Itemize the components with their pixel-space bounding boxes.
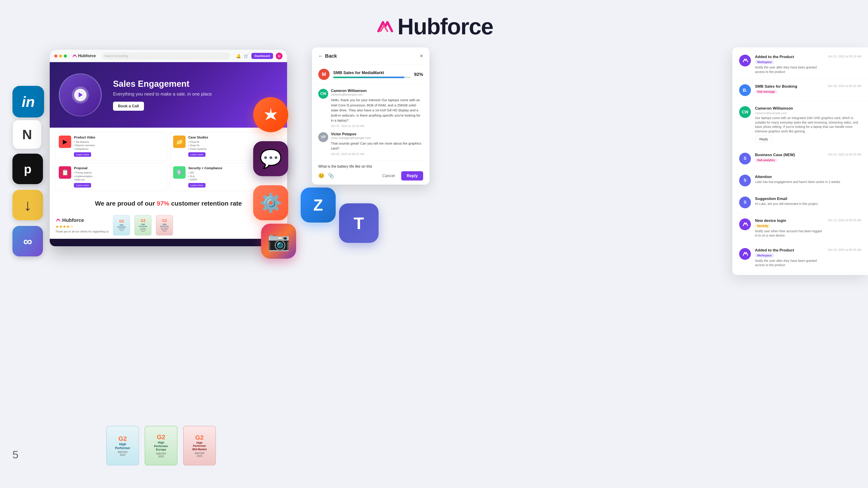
zoom-float-icon[interactable]: Z <box>301 188 336 223</box>
msg-sender-1: Victor Potapov <box>331 132 423 136</box>
notif-item-7[interactable]: Added to the Product Workspace Notify th… <box>733 243 868 273</box>
notion-app-icon[interactable]: N <box>12 120 42 149</box>
notif-avatar-4: S <box>739 175 751 186</box>
reply-button[interactable]: Reply <box>401 171 423 181</box>
notif-time-3: Oct 24, 2022 at 09:15 AM <box>828 153 861 156</box>
teams-float-icon[interactable]: T <box>339 203 379 243</box>
notif-item-2[interactable]: CW Cameron Williamson cameron@example.co… <box>733 101 868 148</box>
notif-item-3[interactable]: S Business Case (NEW) Hub analytics Oct … <box>733 148 868 170</box>
msg-content-0: Cameron Williamson cameron@example.com H… <box>331 89 423 128</box>
notif-avatar-3: S <box>739 153 751 164</box>
download-app-icon[interactable]: ↓ <box>12 190 43 220</box>
g2-badges-section: G2 HighPerformer WINTER2023 G2 HighPerfo… <box>106 426 216 465</box>
msg-text-0: Hello, thank you for your interest! Our … <box>331 98 423 123</box>
pixelup-app-icon[interactable]: p <box>12 154 43 184</box>
msg-avatar-0: CW <box>318 89 328 99</box>
notif-badge-6: Security <box>755 224 770 228</box>
deal-name: SMB Sales for MediaMarkt <box>333 70 410 75</box>
chat-header: ← Back × <box>312 47 430 65</box>
browser-brand: Hubforce <box>72 54 96 59</box>
notif-title-4: Attention <box>755 175 861 179</box>
notif-item-1[interactable]: B. SMB Sales for Booking Hub message Oct… <box>733 79 868 101</box>
deal-avatar: M <box>318 69 330 80</box>
msg-email-0: cameron@example.com <box>331 93 423 96</box>
message-0: CW Cameron Williamson cameron@example.co… <box>318 89 423 128</box>
notif-item-6[interactable]: New device login Security Notify user wh… <box>733 214 868 243</box>
notif-avatar-0 <box>739 55 751 66</box>
notif-item-4[interactable]: S Attention Luke has low engagement and … <box>733 170 868 192</box>
attach-icon[interactable]: 📎 <box>328 173 334 179</box>
cancel-button[interactable]: Cancel <box>379 171 399 181</box>
hubspot-float-icon[interactable]: ⚙️ <box>253 185 288 220</box>
copilot-app-icon[interactable]: ∞ <box>12 226 43 256</box>
book-call-btn[interactable]: Book a Call <box>113 102 144 111</box>
notif-content-2: Cameron Williamson cameron@example.com O… <box>755 106 861 142</box>
browser-dots <box>54 55 67 58</box>
back-label: Back <box>325 53 337 59</box>
pride-suffix: customer retention rate <box>171 200 242 207</box>
notif-avatar-7 <box>739 248 751 260</box>
dashboard-btn[interactable]: Dashboard <box>251 53 273 59</box>
page-number: 5 <box>12 449 19 461</box>
hero-section: Sales Engagement Everything you need to … <box>50 62 287 128</box>
notif-badge-7: Workspace <box>755 254 774 258</box>
user-avatar[interactable]: U <box>276 53 283 59</box>
maximize-dot[interactable] <box>64 55 67 58</box>
award-badge-0: G2 HighPerformer WINTER2023 <box>113 215 130 235</box>
msg-sender-0: Cameron Williamson <box>331 89 423 93</box>
instagram-float-icon[interactable]: 📷 <box>261 224 296 259</box>
notif-badge-3: Hub analytics <box>755 158 777 162</box>
msg-time-0: Oct 01, 2022 at 10:15 AM <box>331 124 423 128</box>
notif-content-7: Added to the Product Workspace Notify th… <box>755 248 824 267</box>
linkedin-app-icon[interactable]: in <box>12 86 44 118</box>
card-title: Security + Compliance <box>188 166 222 170</box>
awards-row: Hubforce ★★★★☆ Thank you to all our clie… <box>50 212 287 239</box>
card-title: Case Studies <box>188 135 208 139</box>
card-items: • Pricing options• Implementation• Add-o… <box>74 171 92 182</box>
award-badge-2: G2 HighPerformer Mid-MarketWINTER2023 <box>156 215 173 235</box>
notif-time-1: Oct 18, 2022 at 09:15 AM <box>828 84 861 88</box>
slack-float-icon[interactable]: 💬 <box>253 141 288 176</box>
browser-search[interactable]: Search for anything <box>102 53 230 60</box>
notif-time-6: Oct 12, 2022 at 09:15 AM <box>828 219 861 222</box>
chat-icon-row: 😊 📎 <box>318 173 334 179</box>
chat-input-field[interactable] <box>318 164 423 168</box>
progress-bar <box>333 76 410 78</box>
zapier-float-icon[interactable] <box>253 97 288 132</box>
notif-title-1: SMB Sales for Booking <box>755 84 824 89</box>
feature-cards: ▶ Product Video • Top features• Reports … <box>50 128 287 195</box>
message-1: VP Victor Potapov victor.manager@example… <box>318 132 423 156</box>
play-button[interactable] <box>74 89 87 101</box>
card-learn-more-3[interactable]: Learn more <box>188 183 206 188</box>
pride-text: We are proud of our <box>95 200 155 207</box>
hero-video-thumbnail[interactable] <box>59 73 102 116</box>
card-items: • Cloud M• Snap On• Zonar Systems <box>188 140 208 151</box>
msg-content-1: Victor Potapov victor.manager@example.co… <box>331 132 423 156</box>
close-dot[interactable] <box>54 55 57 58</box>
brand-name: Hubforce <box>62 217 84 223</box>
notif-text-5: Hi Luke, are you still interested in thi… <box>755 202 861 206</box>
back-button[interactable]: ← Back <box>318 53 337 59</box>
card-learn-more-1[interactable]: Learn more <box>188 152 206 157</box>
notif-item-0[interactable]: Added to the Product Workspace Notify th… <box>733 50 868 79</box>
card-learn-more-2[interactable]: Learn more <box>74 183 91 188</box>
notif-reply-btn-2[interactable]: Reply <box>755 135 772 142</box>
notif-title-3: Business Case (NEW) <box>755 153 824 157</box>
notif-item-5[interactable]: S Suggestion Email Hi Luke, are you stil… <box>733 192 868 214</box>
card-learn-more-0[interactable]: Learn more <box>74 152 91 157</box>
pride-section: We are proud of our 97% customer retenti… <box>50 195 287 212</box>
close-button[interactable]: × <box>420 53 423 59</box>
rating-label: Thank you to all our clients for support… <box>55 230 108 233</box>
notif-time-7: Oct 12, 2022 at 09:15 AM <box>828 248 861 252</box>
msg-time-1: Oct 02, 2022 at 09:15 AM <box>331 152 423 156</box>
g2-badge-hp-midmarket: G2 HighPerformerMid-Market WINTER2023 <box>183 426 216 465</box>
notif-badge-0: Workspace <box>755 60 774 64</box>
minimize-dot[interactable] <box>59 55 62 58</box>
progress-fill <box>333 76 404 78</box>
card-product-video: ▶ Product Video • Top features• Reports … <box>55 132 167 160</box>
card-items: • ISO• SLA• GDPR <box>188 171 222 182</box>
emoji-icon[interactable]: 😊 <box>318 173 324 179</box>
chat-actions: 😊 📎 Cancel Reply <box>318 171 423 181</box>
hero-content: Sales Engagement Everything you need to … <box>113 79 212 111</box>
notif-avatar-6 <box>739 219 751 230</box>
